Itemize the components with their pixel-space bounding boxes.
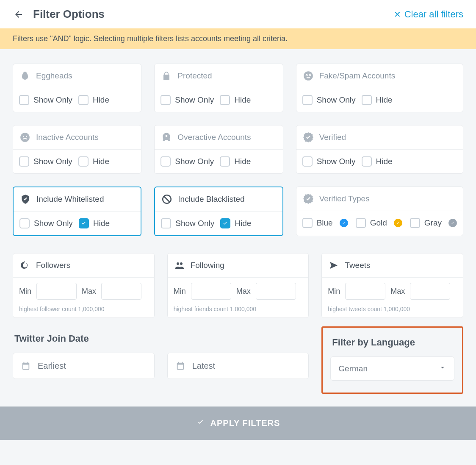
checkbox-show-only[interactable] — [161, 95, 171, 105]
language-selected-value: German — [338, 364, 368, 373]
svg-point-0 — [304, 71, 313, 81]
checkbox-label: Hide — [376, 157, 393, 166]
followers-max-input[interactable] — [101, 283, 141, 300]
card-title: Verified Types — [319, 194, 370, 203]
checkbox-label: Show Only — [175, 219, 214, 228]
date-label: Latest — [192, 361, 215, 371]
filter-card-verified-types: Verified Types Blue Gold Gray — [296, 187, 463, 236]
apply-label: APPLY FILTERS — [210, 418, 280, 428]
max-label: Max — [82, 287, 96, 296]
spam-face-icon — [302, 70, 314, 82]
language-filter-highlight: Filter by Language German — [321, 326, 463, 394]
checkbox-hide[interactable] — [220, 156, 230, 167]
checkbox-label: Hide — [376, 95, 393, 105]
card-title: Verified — [319, 133, 346, 142]
apply-filters-button[interactable]: APPLY FILTERS — [0, 407, 476, 440]
clear-all-filters-label: Clear all filters — [404, 9, 463, 20]
checkbox-hide[interactable] — [220, 218, 230, 228]
checkbox-label: Show Only — [317, 95, 356, 105]
send-icon — [328, 259, 340, 271]
min-label: Min — [328, 287, 340, 296]
checkbox-label: Gold — [370, 218, 387, 228]
checkbox-gold[interactable] — [356, 218, 366, 228]
hint-text: highest follower count 1,000,000 — [13, 306, 154, 317]
checkbox-hide[interactable] — [78, 156, 89, 167]
checkbox-hide[interactable] — [78, 95, 89, 105]
card-title: Inactive Accounts — [36, 133, 99, 142]
following-max-input[interactable] — [256, 283, 296, 300]
latest-date-input[interactable]: Latest — [167, 353, 309, 379]
checkbox-label: Show Only — [317, 157, 356, 166]
calendar-icon — [174, 360, 186, 372]
checkbox-label: Hide — [93, 219, 110, 228]
filter-card-inactive: Inactive Accounts Show Only Hide — [13, 125, 141, 174]
checkbox-hide[interactable] — [362, 156, 372, 167]
checkbox-blue[interactable] — [302, 218, 313, 228]
ban-icon — [161, 193, 173, 205]
svg-line-7 — [164, 197, 170, 202]
following-min-input[interactable] — [191, 283, 231, 300]
gold-badge-icon — [394, 219, 402, 227]
card-title: Include Blacklisted — [178, 195, 244, 204]
hint-text: highest tweets count 1,000,000 — [322, 306, 463, 317]
verified-badge-icon — [302, 131, 314, 143]
followers-min-input[interactable] — [36, 283, 77, 300]
checkbox-label: Hide — [235, 219, 251, 228]
join-date-title: Twitter Join Date — [13, 326, 309, 353]
card-title: Fake/Spam Accounts — [319, 71, 396, 81]
blue-badge-icon — [340, 219, 348, 227]
checkbox-show-only[interactable] — [161, 218, 171, 228]
people-icon — [174, 259, 185, 271]
tweets-min-input[interactable] — [345, 283, 385, 300]
tweets-max-input[interactable] — [410, 283, 450, 300]
checkbox-show-only[interactable] — [19, 156, 29, 167]
svg-rect-1 — [306, 77, 310, 78]
filter-card-followers: Followers Min Max highest follower count… — [13, 253, 155, 318]
shield-check-icon — [19, 193, 31, 205]
filter-card-whitelisted: Include Whitelisted Show Only Hide — [13, 187, 141, 236]
svg-point-5 — [166, 135, 168, 137]
card-title: Eggheads — [36, 71, 72, 81]
language-select[interactable]: German — [330, 356, 454, 381]
card-title: Protected — [177, 71, 212, 81]
lock-icon — [161, 70, 172, 82]
checkbox-label: Show Only — [33, 95, 72, 105]
checkbox-show-only[interactable] — [19, 218, 30, 228]
clear-all-filters-button[interactable]: ✕ Clear all filters — [394, 9, 463, 20]
checkbox-label: Hide — [234, 95, 251, 105]
page-title: Filter Options — [33, 8, 105, 21]
filter-card-blacklisted: Include Blacklisted Show Only Hide — [154, 187, 283, 236]
filter-card-verified: Verified Show Only Hide — [296, 125, 463, 174]
checkbox-show-only[interactable] — [161, 156, 171, 167]
flame-icon — [19, 259, 31, 271]
checkbox-show-only[interactable] — [302, 95, 313, 105]
card-title: Include Whitelisted — [36, 195, 104, 204]
verified-badge-icon — [302, 193, 314, 205]
max-label: Max — [236, 287, 251, 296]
earliest-date-input[interactable]: Earliest — [13, 353, 155, 379]
sad-face-icon — [19, 131, 31, 143]
checkbox-hide[interactable] — [220, 95, 230, 105]
filter-card-following: Following Min Max highest friends count … — [167, 253, 309, 318]
checkbox-hide[interactable] — [79, 218, 89, 228]
checkbox-label: Hide — [234, 157, 251, 166]
close-icon: ✕ — [394, 9, 401, 19]
filter-card-protected: Protected Show Only Hide — [154, 64, 283, 112]
egg-icon — [19, 70, 31, 82]
checkbox-label: Gray — [424, 218, 442, 228]
chevron-down-icon — [439, 364, 446, 373]
checkbox-show-only[interactable] — [19, 95, 29, 105]
hint-text: highest friends count 1,000,000 — [168, 306, 309, 317]
check-icon — [196, 418, 205, 429]
card-title: Overactive Accounts — [177, 133, 251, 142]
back-arrow-icon[interactable] — [13, 8, 25, 20]
checkbox-hide[interactable] — [362, 95, 372, 105]
checkbox-label: Show Only — [175, 157, 214, 166]
svg-point-3 — [23, 136, 24, 137]
checkbox-gray[interactable] — [410, 218, 420, 228]
date-label: Earliest — [38, 361, 66, 371]
checkbox-show-only[interactable] — [302, 156, 313, 167]
card-title: Following — [191, 261, 224, 270]
card-title: Followers — [36, 261, 70, 270]
checkbox-label: Show Only — [34, 219, 73, 228]
